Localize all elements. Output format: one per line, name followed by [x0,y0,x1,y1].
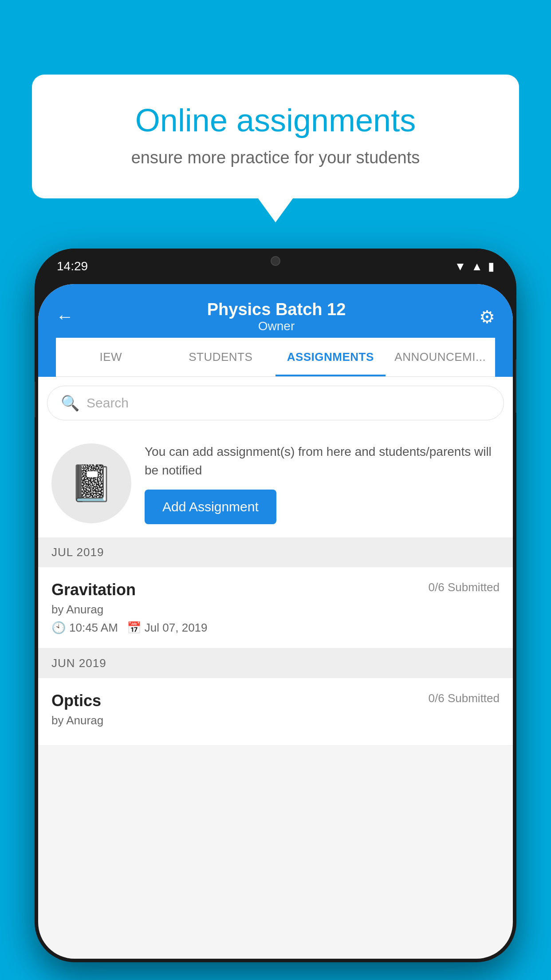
content-area: 🔍 Search 📓 You can add assignment(s) fro… [38,377,513,746]
power-button [516,360,516,413]
back-button[interactable]: ← [56,307,74,327]
tab-iew[interactable]: IEW [56,338,166,376]
promo-content: You can add assignment(s) from here and … [145,443,500,524]
role-label: Owner [207,319,346,333]
tab-bar: IEW STUDENTS ASSIGNMENTS ANNOUNCEMI... [56,338,495,377]
header-center: Physics Batch 12 Owner [207,300,346,333]
date-meta: 📅 Jul 07, 2019 [127,621,208,635]
camera [271,256,280,266]
volume-button [35,382,35,417]
tab-announcements[interactable]: ANNOUNCEMI... [386,338,496,376]
battery-icon: ▮ [488,260,494,273]
search-icon: 🔍 [61,394,79,412]
assignment-author-optics: by Anurag [51,714,500,727]
tab-students[interactable]: STUDENTS [166,338,276,376]
assignment-item-optics[interactable]: Optics 0/6 Submitted by Anurag [38,678,513,746]
speech-bubble-subtitle: ensure more practice for your students [59,148,492,167]
assignment-title-optics: Optics [51,692,101,710]
tab-assignments[interactable]: ASSIGNMENTS [276,338,386,376]
wifi-icon: ▼ [455,260,466,273]
search-bar[interactable]: 🔍 Search [47,386,504,420]
phone-screen: ← Physics Batch 12 Owner ⚙ IEW STUDENTS … [38,284,513,959]
speech-bubble-card: Online assignments ensure more practice … [32,75,519,198]
assignment-item-gravitation[interactable]: Gravitation 0/6 Submitted by Anurag 🕙 10… [38,567,513,648]
assignment-promo: 📓 You can add assignment(s) from here an… [38,429,513,537]
assignment-meta-gravitation: 🕙 10:45 AM 📅 Jul 07, 2019 [51,621,500,635]
section-header-jun: JUN 2019 [38,648,513,678]
search-placeholder: Search [87,395,129,411]
assignment-submitted-gravitation: 0/6 Submitted [429,581,500,594]
promo-icon-circle: 📓 [51,443,131,523]
clock-icon: 🕙 [51,621,66,635]
assignment-author-gravitation: by Anurag [51,603,500,616]
settings-icon[interactable]: ⚙ [479,307,495,327]
add-assignment-button[interactable]: Add Assignment [145,490,276,524]
app-header: ← Physics Batch 12 Owner ⚙ IEW STUDENTS … [38,284,513,377]
batch-title: Physics Batch 12 [207,300,346,319]
assignment-date: Jul 07, 2019 [145,621,208,635]
speech-bubble-title: Online assignments [59,101,492,139]
status-bar: 14:29 ▼ ▲ ▮ [35,249,516,284]
notebook-icon: 📓 [69,462,114,504]
phone-device: 14:29 ▼ ▲ ▮ ← Physics Batch 12 Owner ⚙ I… [35,249,516,962]
promo-description: You can add assignment(s) from here and … [145,443,500,480]
assignment-title-gravitation: Gravitation [51,581,136,599]
status-icons: ▼ ▲ ▮ [455,260,494,273]
section-header-jul: JUL 2019 [38,537,513,567]
signal-icon: ▲ [471,260,483,273]
time-meta: 🕙 10:45 AM [51,621,118,635]
calendar-icon: 📅 [127,621,141,635]
status-time: 14:29 [57,259,88,273]
assignment-submitted-optics: 0/6 Submitted [429,692,500,705]
notch [240,249,311,273]
assignment-time: 10:45 AM [69,621,118,635]
